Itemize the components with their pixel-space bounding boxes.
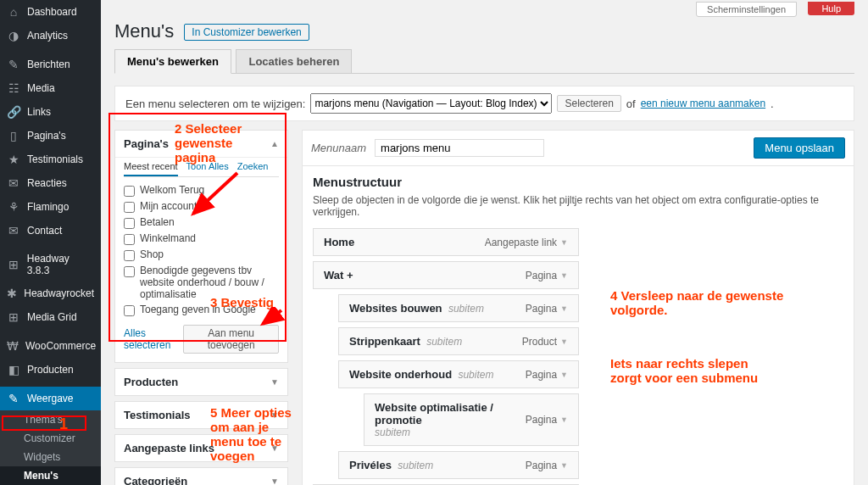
menu-item-title: Home <box>324 236 354 248</box>
page-checkbox[interactable] <box>124 234 135 245</box>
menu-item-type[interactable]: Pagina ▼ <box>526 303 568 315</box>
page-checkbox-label: Winkelmand <box>140 232 196 244</box>
menu-icon: ✱ <box>7 287 17 300</box>
menu-item-type[interactable]: Pagina ▼ <box>526 460 568 471</box>
menu-name-input[interactable] <box>375 139 544 157</box>
page-checkbox[interactable] <box>124 202 135 213</box>
sidebar-item-headway-3-8-3[interactable]: ⊞Headway 3.8.3 <box>0 248 101 282</box>
menu-item-type[interactable]: Aangepaste link ▼ <box>485 237 568 248</box>
menu-item[interactable]: Website optimalisatie / promotiesubitemP… <box>364 393 579 446</box>
sidebar-sub-widgets[interactable]: Widgets <box>0 448 101 466</box>
sidebar-item-media-grid[interactable]: ⊞Media Grid <box>0 305 101 329</box>
sidebar-item-label: Links <box>27 106 51 118</box>
menu-item-title: Privéles subitem <box>349 459 433 471</box>
page-checkbox-item[interactable]: Winkelmand <box>124 231 279 247</box>
anno-4: 4 Versleep naar de gewenste volgorde. <box>610 288 805 317</box>
menu-item-subitem-label: subitem <box>375 426 526 438</box>
page-checkbox[interactable] <box>124 218 135 229</box>
menu-icon: ✎ <box>7 58 20 71</box>
menu-icon: ⚘ <box>7 200 20 214</box>
menu-item[interactable]: Privéles subitemPagina ▼ <box>338 451 579 479</box>
page-checkbox-item[interactable]: Shop <box>124 247 279 263</box>
chevron-down-icon: ▼ <box>560 304 568 313</box>
menu-select[interactable]: marjons menu (Navigation — Layout: Blog … <box>310 93 552 114</box>
menu-item-title: Strippenkaart subitem <box>349 335 462 348</box>
sidebar-item-links[interactable]: 🔗Links <box>0 100 101 124</box>
sidebar-item-label: Weergave <box>27 393 73 404</box>
sidebar-item-flamingo[interactable]: ⚘Flamingo <box>0 195 101 219</box>
anno-4b: Iets naar rechts slepen zorgt voor een s… <box>610 356 780 385</box>
menu-item[interactable]: Strippenkaart subitemProduct ▼ <box>338 327 579 355</box>
menu-icon: ✉ <box>7 224 20 237</box>
page-checkbox-label: Shop <box>140 248 164 260</box>
sidebar-sub-customizer[interactable]: Customizer <box>0 429 101 448</box>
select-all-link[interactable]: Alles selecteren <box>124 327 183 351</box>
sidebar-item-label: Media <box>27 82 55 94</box>
menu-icon: ▯ <box>7 129 20 142</box>
page-title: Menu's In Customizer bewerken <box>114 20 854 42</box>
save-menu-button[interactable]: Menu opslaan <box>754 137 845 159</box>
menu-icon: 🔗 <box>7 105 20 119</box>
menu-item-type[interactable]: Pagina ▼ <box>526 414 568 426</box>
menu-item[interactable]: HomeAangepaste link ▼ <box>313 228 579 256</box>
menu-icon: ✎ <box>7 392 20 405</box>
accordion-header[interactable]: Categorieën▼ <box>115 468 287 485</box>
page-checkbox[interactable] <box>124 250 135 261</box>
sidebar-item-reacties[interactable]: ✉Reacties <box>0 171 101 195</box>
acc-tab-meest-recent[interactable]: Meest recent <box>124 161 178 176</box>
menu-item-type[interactable]: Product ▼ <box>522 336 568 348</box>
tab-manage-locations[interactable]: Locaties beheren <box>236 49 352 73</box>
tab-edit-menus[interactable]: Menu's bewerken <box>114 49 231 74</box>
page-checkbox-label: Welkom Terug <box>140 184 204 196</box>
page-checkbox-item[interactable]: Welkom Terug <box>124 182 279 198</box>
menu-item[interactable]: Wat +Pagina ▼ <box>313 261 579 289</box>
accordion-categorie-n: Categorieën▼ <box>114 467 288 485</box>
page-checkbox-item[interactable]: Betalen <box>124 215 279 231</box>
sidebar-sub-thema-s[interactable]: Thema's <box>0 410 101 429</box>
menu-item[interactable]: Website onderhoud subitemPagina ▼ <box>338 360 579 388</box>
accordion-producten: Producten▼ <box>114 368 288 396</box>
sidebar-item-dashboard[interactable]: ⌂Dashboard <box>0 0 101 24</box>
select-button[interactable]: Selecteren <box>557 95 620 112</box>
menu-icon: ⊞ <box>7 310 20 324</box>
structure-description: Sleep de objecten in de volgorde die je … <box>313 194 843 218</box>
menu-item-title: Wat + <box>324 269 353 282</box>
sidebar-item-berichten[interactable]: ✎Berichten <box>0 53 101 76</box>
menu-item-type[interactable]: Pagina ▼ <box>526 369 568 381</box>
sidebar-item-label: Flamingo <box>27 201 69 213</box>
sidebar-item-headwayrocket[interactable]: ✱Headwayrocket <box>0 282 101 305</box>
menu-item-type[interactable]: Pagina ▼ <box>526 270 568 282</box>
page-checkbox[interactable] <box>124 186 135 197</box>
accordion-header[interactable]: Producten▼ <box>115 369 287 395</box>
sidebar-item-label: Testimonials <box>27 153 83 165</box>
sidebar-item-analytics[interactable]: ◑Analytics <box>0 24 101 47</box>
anno-1: 1 <box>59 415 68 433</box>
sidebar-sub-menu-s[interactable]: Menu's <box>0 466 101 485</box>
sidebar-item-media[interactable]: ☷Media <box>0 76 101 100</box>
create-new-menu-link[interactable]: een nieuw menu aanmaken <box>641 98 765 109</box>
add-to-menu-button[interactable]: Aan menu toevoegen <box>183 325 279 354</box>
page-checkbox[interactable] <box>124 305 135 316</box>
sidebar-item-woocommerce[interactable]: ₩WooCommerce <box>0 334 101 358</box>
screen-options-tab[interactable]: Scherminstellingen <box>696 2 797 17</box>
sidebar-item-label: Analytics <box>27 30 68 42</box>
page-checkbox[interactable] <box>124 266 135 277</box>
sidebar-item-pagina-s[interactable]: ▯Pagina's <box>0 124 101 148</box>
page-checkbox-item[interactable]: Mijn account <box>124 198 279 215</box>
menu-item-title: Website onderhoud subitem <box>349 368 493 381</box>
sidebar-item-contact[interactable]: ✉Contact <box>0 219 101 242</box>
sidebar-item-producten[interactable]: ◧Producten <box>0 358 101 382</box>
sidebar-item-testimonials[interactable]: ★Testimonials <box>0 148 101 171</box>
chevron-down-icon: ▼ <box>560 415 568 424</box>
sidebar-item-weergave[interactable]: ✎Weergave <box>0 387 101 410</box>
menu-name-label: Menunaam <box>311 142 366 154</box>
menu-item-title: Websites bouwen subitem <box>349 302 484 315</box>
menu-item-title: Website optimalisatie / promotie <box>375 401 526 426</box>
menu-item[interactable]: Websites bouwen subitemPagina ▼ <box>338 294 579 322</box>
page-checkbox-label: Mijn account <box>140 200 197 212</box>
menu-icon: ☷ <box>7 81 20 95</box>
help-tab[interactable]: Hulp <box>808 2 854 15</box>
menu-icon: ⊞ <box>7 258 20 271</box>
customizer-link[interactable]: In Customizer bewerken <box>184 24 309 41</box>
chevron-down-icon: ▼ <box>270 377 279 387</box>
